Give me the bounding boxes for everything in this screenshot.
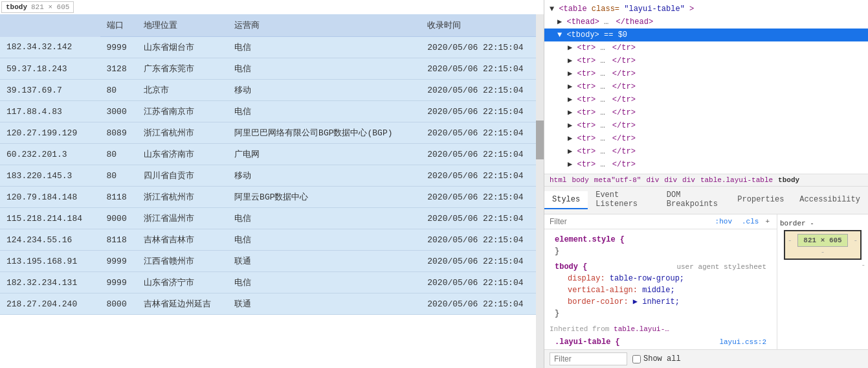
breadcrumb-div1[interactable]: div [646,176,659,184]
element-style-close: } [550,246,772,257]
col-header-isp: 运营商 [228,14,421,37]
table-row[interactable]: 59.37.18.2433128广东省东莞市电信2020/05/06 22:15… [0,58,544,80]
table-scrollbar[interactable] [536,14,544,368]
dom-line-tr-2[interactable]: ▶ <tr> … </tr> [544,54,868,67]
tab-event-listeners[interactable]: Event Listeners [588,187,659,214]
table-row[interactable]: 120.79.184.1488118浙江省杭州市阿里云BGP数据中心2020/0… [0,187,544,208]
bottom-filter-input[interactable] [550,352,627,365]
table-row[interactable]: 39.137.69.780北京市移动2020/05/06 22:15:04 [0,80,544,101]
tab-accessibility[interactable]: Accessibility [792,191,868,209]
box-model-label-bottom: - [861,261,865,269]
layui-prop-width: width: 100%; [550,348,772,349]
cell-ip: 183.220.145.3 [0,165,100,187]
breadcrumb-div2[interactable]: div [664,176,677,184]
triangle-icon: ▶ [568,108,577,117]
cell-isp: 广电网 [228,144,421,165]
filter-hov[interactable]: :hov [715,218,732,225]
box-model-top: - 821 × 605 - [788,234,858,247]
dom-line-tr-7[interactable]: ▶ <tr> … </tr> [544,119,868,132]
cell-time: 2020/05/06 22:15:04 [421,272,544,293]
table-body: 182.34.32.1429999山东省烟台市电信2020/05/06 22:1… [0,37,544,315]
cell-time: 2020/05/06 22:15:04 [421,101,544,122]
cell-location: 吉林省吉林市 [137,229,228,251]
breadcrumb: html body meta"utf-8" div div div table.… [544,174,868,187]
breadcrumb-html[interactable]: html [550,176,566,184]
tab-dom-breakpoints[interactable]: DOM Breakpoints [659,187,730,214]
cell-isp: 移动 [228,165,421,187]
table-row[interactable]: 183.220.145.380四川省自贡市移动2020/05/06 22:15:… [0,165,544,187]
triangle-icon: ▶ [568,56,577,65]
dom-tree: ▼ <table class= "layui-table" > ▶ <thead… [544,0,868,174]
cell-ip: 39.137.69.7 [0,80,100,101]
cell-location: 北京市 [137,80,228,101]
dom-line-tr-6[interactable]: ▶ <tr> … </tr> [544,106,868,119]
cell-time: 2020/05/06 22:15:04 [421,208,544,229]
show-all-checkbox[interactable] [632,355,641,363]
breadcrumb-meta[interactable]: meta"utf-8" [594,176,641,184]
data-table: 端口 地理位置 运营商 收录时间 182.34.32.1429999山东省烟台市… [0,14,544,315]
dom-line-tr-3[interactable]: ▶ <tr> … </tr> [544,67,868,80]
triangle-icon: ▼ [557,30,566,40]
table-row[interactable]: 124.234.55.168118吉林省吉林市电信2020/05/06 22:1… [0,229,544,251]
dom-line-tr-9[interactable]: ▶ <tr> … </tr> [544,145,868,158]
triangle-icon: ▶ [568,147,577,156]
cell-location: 山东省烟台市 [137,37,228,58]
tab-properties[interactable]: Properties [729,191,792,209]
dom-line-table[interactable]: ▼ <table class= "layui-table" > [544,3,868,16]
table-row[interactable]: 60.232.201.380山东省济南市广电网2020/05/06 22:15:… [0,144,544,165]
tbody-close: } [550,308,772,319]
breadcrumb-current[interactable]: tbody [778,176,799,184]
cell-ip: 120.79.184.148 [0,187,100,208]
dom-line-tr-5[interactable]: ▶ <tr> … </tr> [544,93,868,106]
box-model-label: border - [780,220,814,227]
cell-ip: 117.88.4.83 [0,101,100,122]
cell-port: 8118 [100,229,138,251]
breadcrumb-div3[interactable]: div [682,176,695,184]
box-model: - 821 × 605 - - [784,230,862,260]
box-dash-left: - [788,236,792,244]
col-header-location: 地理位置 [137,14,228,37]
cell-location: 浙江省杭州市 [137,187,228,208]
dom-line-tr-8[interactable]: ▶ <tr> … </tr> [544,132,868,145]
cell-isp: 阿里巴巴网络有限公司BGP数据中心(BGP) [228,122,421,144]
filter-plus-btn[interactable]: + [763,217,772,226]
tbody-prop-valign: vertical-align: middle; [550,284,772,296]
dom-line-tr-1[interactable]: ▶ <tr> … </tr> [544,41,868,54]
table-row[interactable]: 117.88.4.833000江苏省南京市电信2020/05/06 22:15:… [0,101,544,122]
cell-time: 2020/05/06 22:15:04 [421,58,544,80]
dom-line-tr-4[interactable]: ▶ <tr> … </tr> [544,80,868,93]
cell-isp: 阿里云BGP数据中心 [228,187,421,208]
triangle-icon: ▼ [550,5,559,14]
table-row[interactable]: 113.195.168.919999江西省赣州市联通2020/05/06 22:… [0,251,544,272]
layui-css-source[interactable]: layui.css:2 [719,336,766,348]
layui-table-selector-line: .layui-table { layui.css:2 [550,336,772,348]
cell-time: 2020/05/06 22:15:04 [421,293,544,315]
right-panel: ▼ <table class= "layui-table" > ▶ <thead… [544,0,868,368]
tab-styles[interactable]: Styles [544,191,588,209]
box-model-size: 821 × 605 [797,234,847,247]
show-all-label[interactable]: Show all [632,354,681,363]
cell-time: 2020/05/06 22:15:04 [421,122,544,144]
breadcrumb-table[interactable]: table.layui-table [700,176,773,184]
filter-cls-btn[interactable]: .cls [740,217,761,226]
breadcrumb-body[interactable]: body [572,176,588,184]
cell-port: 80 [100,165,138,187]
cell-port: 8000 [100,293,138,315]
cell-time: 2020/05/06 22:15:04 [421,80,544,101]
dom-line-tr-10[interactable]: ▶ <tr> … </tr> [544,158,868,171]
devtools-inner: ▼ <table class= "layui-table" > ▶ <thead… [544,0,868,368]
table-row[interactable]: 115.218.214.1849000浙江省温州市电信2020/05/06 22… [0,208,544,229]
scrollbar-thumb[interactable] [536,121,544,159]
dom-line-tbody[interactable]: ▼ <tbody> == $0 [544,29,868,41]
table-row[interactable]: 182.32.234.1319999山东省济宁市电信2020/05/06 22:… [0,272,544,293]
cell-ip: 182.34.32.142 [0,37,100,58]
cell-isp: 电信 [228,37,421,58]
tbody-tag-name: tbody [6,3,27,11]
table-row[interactable]: 182.34.32.1429999山东省烟台市电信2020/05/06 22:1… [0,37,544,58]
cell-location: 江苏省南京市 [137,101,228,122]
table-row[interactable]: 218.27.204.2408000吉林省延边州延吉联通2020/05/06 2… [0,293,544,315]
filter-input[interactable] [550,217,713,226]
table-row[interactable]: 120.27.199.1298089浙江省杭州市阿里巴巴网络有限公司BGP数据中… [0,122,544,144]
table-header-row: 端口 地理位置 运营商 收录时间 [0,14,544,37]
dom-line-thead[interactable]: ▶ <thead> … </thead> [544,16,868,29]
